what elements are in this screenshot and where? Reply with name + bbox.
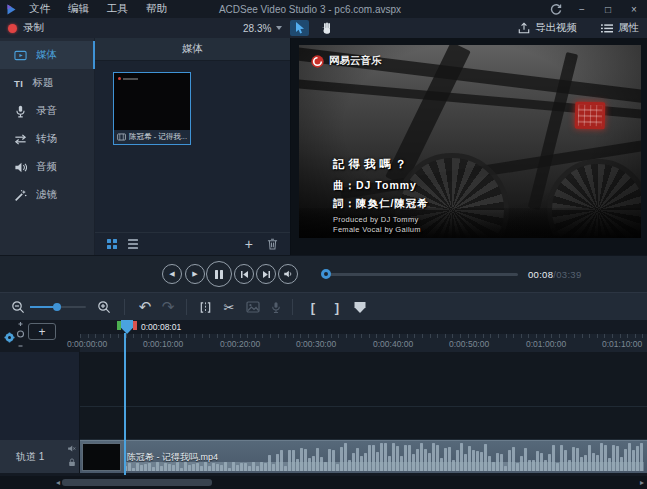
title-icon: TI <box>14 78 23 89</box>
main-toolbar: 录制 28.3% 导出视频 属性 <box>0 18 647 39</box>
menu-tools[interactable]: 工具 <box>107 2 128 16</box>
scrollbar-thumb[interactable] <box>62 479 212 486</box>
menu-file[interactable]: 文件 <box>29 2 50 16</box>
redo-button[interactable]: ↷ <box>159 293 177 321</box>
record-icon <box>8 24 17 33</box>
playhead-time-label: 0:00:08:01 <box>141 322 181 332</box>
close-button[interactable]: × <box>627 2 641 16</box>
timeline-track-row[interactable] <box>80 407 647 440</box>
seek-slider-handle[interactable] <box>321 269 331 279</box>
main-area: 媒体 TI 标题 录音 转场 音频 滤镜 <box>0 38 647 255</box>
timeline-settings-gear-icon[interactable] <box>4 332 15 343</box>
media-panel-header: 媒体 <box>95 38 290 61</box>
snapshot-button[interactable] <box>244 293 262 321</box>
volume-icon <box>283 269 293 279</box>
jump-to-start-button[interactable] <box>234 264 254 284</box>
ruler-tick-label: 0:00:30:00 <box>296 339 336 349</box>
record-label: 录制 <box>23 21 44 35</box>
lyric-line: Female Vocal by Gailum <box>333 225 429 234</box>
jump-to-end-button[interactable] <box>256 264 276 284</box>
zoom-level-select[interactable]: 28.3% <box>243 23 282 34</box>
lyric-line: 曲：DJ Tommy <box>333 179 429 193</box>
sync-icon[interactable] <box>549 2 563 16</box>
sidebar-item-titles[interactable]: TI 标题 <box>0 69 94 97</box>
scroll-right-arrow-icon[interactable]: ▸ <box>640 477 644 488</box>
scroll-left-arrow-icon[interactable]: ◂ <box>56 477 60 488</box>
sidebar-item-transitions[interactable]: 转场 <box>0 125 94 153</box>
lyric-line: Produced by DJ Tommy <box>333 215 429 224</box>
list-view-button[interactable] <box>128 239 138 249</box>
step-forward-button[interactable]: ▶ <box>185 264 205 284</box>
sidebar: 媒体 TI 标题 录音 转场 音频 滤镜 <box>0 38 95 255</box>
zoom-level-value: 28.3% <box>243 23 271 34</box>
delete-media-button[interactable] <box>267 238 278 250</box>
track-height-zoom-control[interactable] <box>16 321 25 350</box>
zoom-in-icon <box>97 300 111 314</box>
undo-button[interactable]: ↶ <box>136 293 154 321</box>
timecode-display: 00:08/03:39 <box>528 269 582 280</box>
playhead-trim-out-handle[interactable] <box>133 321 137 330</box>
magic-wand-icon <box>14 189 27 202</box>
add-marker-button[interactable] <box>351 293 369 321</box>
sidebar-item-audio[interactable]: 音频 <box>0 153 94 181</box>
sidebar-item-filters[interactable]: 滤镜 <box>0 181 94 209</box>
ruler-tick-label: 0:00:00:00 <box>67 339 107 349</box>
grid-view-button[interactable] <box>107 239 117 249</box>
media-item-label: 陈冠希 - 记得我... <box>114 130 190 144</box>
step-backward-button[interactable]: ◀ <box>162 264 182 284</box>
maximize-button[interactable]: □ <box>601 2 615 16</box>
lyric-line: 記得我嗎？ <box>333 157 429 172</box>
sidebar-item-label: 转场 <box>36 132 57 146</box>
track-1-header[interactable]: 轨道 1 <box>0 440 80 473</box>
lyric-line: 詞：陳奐仁/陳冠希 <box>333 197 429 211</box>
playhead-line[interactable] <box>124 333 126 475</box>
track-lock-icon[interactable] <box>68 458 76 467</box>
mark-in-button[interactable]: [ <box>306 293 320 321</box>
add-track-button[interactable]: + <box>28 323 56 340</box>
minimize-button[interactable]: − <box>575 2 589 16</box>
film-icon <box>117 133 126 141</box>
mark-out-button[interactable]: ] <box>330 293 344 321</box>
timeline-clip[interactable]: 陈冠希 - 记得我吗.mp4 <box>80 440 647 473</box>
sidebar-item-record-audio[interactable]: 录音 <box>0 97 94 125</box>
sidebar-item-label: 标题 <box>32 76 53 90</box>
playhead-marker[interactable] <box>121 320 133 334</box>
split-clip-button[interactable] <box>196 293 214 321</box>
export-video-button[interactable]: 导出视频 <box>518 21 577 35</box>
lyrics-overlay: 記得我嗎？ 曲：DJ Tommy 詞：陳奐仁/陳冠希 Produced by D… <box>333 157 429 235</box>
menu-bar: 文件 编辑 工具 帮助 <box>29 2 167 16</box>
media-item-thumbnail <box>114 73 190 130</box>
zoom-in-button[interactable] <box>96 293 112 321</box>
video-preview[interactable]: 网易云音乐 記得我嗎？ 曲：DJ Tommy 詞：陳奐仁/陳冠希 Produce… <box>299 45 641 238</box>
zoom-out-button[interactable] <box>10 293 26 321</box>
split-icon <box>198 301 213 314</box>
sidebar-item-media[interactable]: 媒体 <box>0 41 94 69</box>
menu-edit[interactable]: 编辑 <box>68 2 89 16</box>
media-panel: 媒体 陈冠希 - 记得我... + <box>95 38 290 255</box>
properties-button[interactable]: 属性 <box>601 21 639 35</box>
volume-button[interactable] <box>278 264 298 284</box>
app-logo-icon <box>6 4 17 15</box>
select-tool-button[interactable] <box>290 20 309 36</box>
preview-panel: 网易云音乐 記得我嗎？ 曲：DJ Tommy 詞：陳奐仁/陳冠希 Produce… <box>290 38 647 255</box>
media-item[interactable]: 陈冠希 - 记得我... <box>113 72 191 145</box>
record-button[interactable]: 录制 <box>8 18 44 38</box>
playhead-trim-in-handle[interactable] <box>117 321 121 330</box>
jump-start-icon <box>240 270 249 279</box>
timeline-horizontal-scrollbar[interactable]: ◂ ▸ <box>0 476 647 489</box>
clip-label: 陈冠希 - 记得我吗.mp4 <box>127 451 218 464</box>
add-media-button[interactable]: + <box>245 237 253 251</box>
track-mute-icon[interactable] <box>67 444 76 453</box>
pan-tool-button[interactable] <box>317 20 336 36</box>
cut-button[interactable]: ✂ <box>220 293 238 321</box>
transport-bar: ◀ ▶ 00:08/03:39 <box>0 255 647 293</box>
timeline-track-row[interactable] <box>80 352 647 407</box>
timeline-zoom-handle[interactable] <box>53 303 61 311</box>
chevron-down-icon <box>276 26 282 30</box>
voiceover-button[interactable] <box>267 293 285 321</box>
ruler-tick-label: 0:01:10:00 <box>602 339 642 349</box>
seek-slider[interactable] <box>322 273 518 276</box>
timeline-ruler[interactable]: 0:00:00:00 0:00:10:00 0:00:20:00 0:00:30… <box>80 334 647 353</box>
export-label: 导出视频 <box>535 21 577 35</box>
pause-button[interactable] <box>206 261 232 287</box>
